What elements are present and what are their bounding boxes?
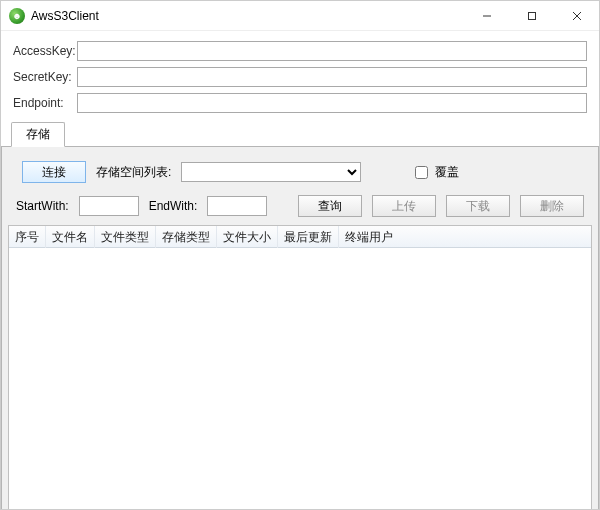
startwith-input[interactable] [79,196,139,216]
close-icon [572,11,582,21]
maximize-button[interactable] [509,1,554,30]
credentials-form: AccessKey: SecretKey: Endpoint: [1,31,599,125]
col-filename[interactable]: 文件名 [46,226,95,248]
file-list[interactable]: 序号 文件名 文件类型 存储类型 文件大小 最后更新 终端用户 [8,225,592,510]
accesskey-label: AccessKey: [13,44,77,58]
col-lastupdate[interactable]: 最后更新 [278,226,339,248]
svg-rect-1 [528,12,535,19]
maximize-icon [527,11,537,21]
window-controls [464,1,599,30]
endwith-input[interactable] [207,196,267,216]
overwrite-checkbox[interactable] [415,166,428,179]
delete-button[interactable]: 删除 [520,195,584,217]
window-title: AwsS3Client [31,9,99,23]
endwith-label: EndWith: [149,199,198,213]
tab-storage-label: 存储 [26,127,50,141]
overwrite-label: 覆盖 [435,164,459,181]
tab-storage[interactable]: 存储 [11,122,65,147]
secretkey-input[interactable] [77,67,587,87]
bucket-list-select[interactable] [181,162,361,182]
tab-strip: 存储 [1,125,599,147]
startwith-label: StartWith: [16,199,69,213]
query-button[interactable]: 查询 [298,195,362,217]
app-icon: ☻ [9,8,25,24]
col-enduser[interactable]: 终端用户 [339,226,591,248]
close-button[interactable] [554,1,599,30]
query-button-label: 查询 [318,199,342,213]
download-button-label: 下载 [466,199,490,213]
connect-button[interactable]: 连接 [22,161,86,183]
upload-button-label: 上传 [392,199,416,213]
secretkey-label: SecretKey: [13,70,77,84]
col-storagetype[interactable]: 存储类型 [156,226,217,248]
storage-panel: 连接 存储空间列表: 覆盖 StartWith: EndWith: 查询 上传 … [1,147,599,510]
download-button[interactable]: 下载 [446,195,510,217]
accesskey-input[interactable] [77,41,587,61]
col-filetype[interactable]: 文件类型 [95,226,156,248]
delete-button-label: 删除 [540,199,564,213]
minimize-icon [482,11,492,21]
endpoint-input[interactable] [77,93,587,113]
bucket-list-label: 存储空间列表: [96,164,171,181]
connect-button-label: 连接 [42,165,66,179]
upload-button[interactable]: 上传 [372,195,436,217]
col-filesize[interactable]: 文件大小 [217,226,278,248]
overwrite-checkbox-wrap[interactable]: 覆盖 [411,163,459,182]
col-index[interactable]: 序号 [9,226,46,248]
minimize-button[interactable] [464,1,509,30]
file-list-header: 序号 文件名 文件类型 存储类型 文件大小 最后更新 终端用户 [9,226,591,248]
titlebar: ☻ AwsS3Client [1,1,599,31]
endpoint-label: Endpoint: [13,96,77,110]
